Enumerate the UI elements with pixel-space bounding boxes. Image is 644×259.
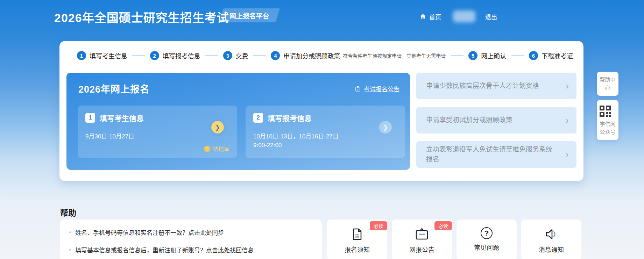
step-connector <box>132 55 145 56</box>
shortcut-label: 常见问题 <box>474 243 499 252</box>
chevron-right-icon: › <box>566 116 569 125</box>
bullet-icon <box>69 249 71 251</box>
shortcut-label: 报名须知 <box>345 245 370 254</box>
platform-badge: 网上报名平台 <box>219 8 280 22</box>
shortcut-faq[interactable]: ? 常见问题 <box>457 220 517 259</box>
document-icon <box>350 227 364 241</box>
policy-link-veteran-exemption[interactable]: 立功表彰退役军人免试生请至推免服务系统报名 › <box>416 141 576 168</box>
page-title: 2026年全国硕士研究生招生考试 <box>54 8 229 26</box>
registration-title: 2026年网上报名 <box>78 82 150 95</box>
step-5[interactable]: 5 网上确认 <box>468 51 506 60</box>
exclamation-icon: ! <box>204 146 210 152</box>
step-connector <box>205 55 218 56</box>
task-2-title: 填写报考信息 <box>268 113 312 123</box>
bullet-icon <box>69 231 71 233</box>
header-nav: 首页 退出 <box>419 10 497 22</box>
policy-link-label: 申请享受初试加分或照顾政策 <box>426 115 512 125</box>
task-2-go-button[interactable]: ❯ <box>379 121 392 134</box>
nav-home[interactable]: 首页 <box>419 12 441 21</box>
page: 2026年全国硕士研究生招生考试 网上报名平台 首页 退出 1 填写考生信息 <box>0 0 644 259</box>
step-1-label: 填写考生信息 <box>90 51 127 60</box>
help-shortcuts: 必读 报名须知 必读 网报公告 <box>327 220 581 259</box>
step-4-number: 4 <box>271 51 280 60</box>
step-3-number: 3 <box>223 51 232 60</box>
policy-link-label: 申请少数民族高层次骨干人才计划资格 <box>426 81 539 91</box>
must-read-badge: 必读 <box>370 221 387 230</box>
task-fill-application-info[interactable]: 2 填写报考信息 10月10日-13日，10月16日-27日 9:00-22:0… <box>246 106 405 158</box>
task-1-date: 9月30日-10月27日 <box>85 131 134 140</box>
platform-badge-label: 网上报名平台 <box>229 11 269 20</box>
arrow-right-icon: ❯ <box>383 124 388 131</box>
exam-announcement-link[interactable]: 考试报名公告 <box>355 84 399 93</box>
chevron-right-icon: › <box>566 150 569 159</box>
step-connector <box>451 55 463 56</box>
shortcut-label: 网报公告 <box>409 245 434 254</box>
help-faq-card: 姓名、手机号码等信息和实名注册不一致？点击此处同步 填写基本信息或报名信息后，重… <box>60 220 322 259</box>
clipboard-icon <box>414 227 430 241</box>
step-5-number: 5 <box>468 51 477 60</box>
help-item-label: 姓名、手机号码等信息和实名注册不一致？点击此处同步 <box>75 228 224 237</box>
policy-link-minority-program[interactable]: 申请少数民族高层次骨干人才计划资格 › <box>416 73 576 99</box>
policy-link-label: 立功表彰退役军人免试生请至推免服务系统报名 <box>426 145 555 164</box>
registration-card-header: 2026年网上报名 考试报名公告 <box>78 82 399 95</box>
step-3[interactable]: 3 交费 <box>223 51 248 60</box>
arrow-right-icon: ❯ <box>215 124 220 131</box>
task-2-number: 2 <box>253 113 263 123</box>
must-read-badge: 必读 <box>434 221 452 230</box>
step-3-label: 交费 <box>236 51 248 60</box>
step-2-label: 填写报考信息 <box>163 51 200 60</box>
speaker-icon <box>544 227 559 241</box>
help-center-button[interactable]: 帮助中心 <box>597 72 618 96</box>
question-icon: ? <box>481 227 493 239</box>
logout-button[interactable]: 退出 <box>485 12 497 21</box>
task-1-header: 1 填写考生信息 <box>85 113 144 123</box>
qr-code-icon <box>599 105 616 117</box>
task-1-go-button[interactable]: ❯ <box>211 121 224 134</box>
task-2-date: 10月10日-13日，10月16日-27日 <box>253 131 339 140</box>
task-1-status: ! 待填写 <box>204 145 229 153</box>
task-2-time: 9:00-22:00 <box>253 142 282 149</box>
step-connector <box>253 55 266 56</box>
help-item-recover-info[interactable]: 填写基本信息或报名信息后，重新注册了新账号？点击此处找回信息 <box>69 245 313 254</box>
task-1-status-label: 待填写 <box>213 145 229 153</box>
step-1[interactable]: 1 填写考生信息 <box>77 51 127 60</box>
step-6-number: 6 <box>529 51 538 60</box>
header: 2026年全国硕士研究生招生考试 网上报名平台 首页 退出 <box>0 0 644 33</box>
qr-public-account-button[interactable]: 学信网公众号 <box>597 100 618 140</box>
shortcut-registration-notice[interactable]: 必读 报名须知 <box>327 220 387 259</box>
announcement-icon <box>355 86 361 92</box>
step-6-label: 下载准考证 <box>542 51 573 60</box>
step-2-number: 2 <box>150 51 159 60</box>
step-connector <box>511 55 524 56</box>
nav-home-label: 首页 <box>429 12 441 21</box>
home-icon <box>419 13 426 20</box>
announcement-link-label: 考试报名公告 <box>364 84 399 93</box>
main-panel: 1 填写考生信息 2 填写报考信息 3 交费 4 申请加分或照顾政策 符合条件考… <box>59 41 583 181</box>
username-redacted <box>453 10 475 22</box>
help-center-label: 帮助中心 <box>600 77 615 91</box>
step-4[interactable]: 4 申请加分或照顾政策 符合条件考生须按规定申请，其他考生无需申请 <box>271 51 446 60</box>
step-6[interactable]: 6 下载准考证 <box>529 51 573 60</box>
task-fill-candidate-info[interactable]: 1 填写考生信息 9月30日-10月27日 ❯ ! 待填写 <box>78 106 237 158</box>
qr-public-account-label: 学信网公众号 <box>600 121 615 135</box>
policy-link-bonus-points[interactable]: 申请享受初试加分或照顾政策 › <box>416 107 576 134</box>
help-item-sync-info[interactable]: 姓名、手机号码等信息和实名注册不一致？点击此处同步 <box>69 228 313 237</box>
registration-card: 2026年网上报名 考试报名公告 1 填写考生信息 9月30日-10月27日 ❯ <box>66 73 410 170</box>
task-1-title: 填写考生信息 <box>100 113 144 123</box>
shortcut-label: 消息通知 <box>539 245 564 254</box>
step-1-number: 1 <box>77 51 86 60</box>
help-item-label: 填写基本信息或报名信息后，重新注册了新账号？点击此处找回信息 <box>75 245 254 254</box>
step-4-label: 申请加分或照顾政策 <box>283 51 340 60</box>
shortcut-online-announcement[interactable]: 必读 网报公告 <box>392 220 452 259</box>
task-2-header: 2 填写报考信息 <box>253 113 312 123</box>
shortcut-notifications[interactable]: 消息通知 <box>521 220 581 259</box>
step-indicator: 1 填写考生信息 2 填写报考信息 3 交费 4 申请加分或照顾政策 符合条件考… <box>77 48 573 63</box>
step-5-label: 网上确认 <box>481 51 506 60</box>
policy-links: 申请少数民族高层次骨干人才计划资格 › 申请享受初试加分或照顾政策 › 立功表彰… <box>416 73 576 175</box>
side-panel: 帮助中心 学信网公众号 <box>597 72 618 140</box>
step-4-note: 符合条件考生须按规定申请，其他考生无需申请 <box>343 52 446 59</box>
task-1-number: 1 <box>85 113 95 123</box>
help-section-title: 帮助 <box>60 206 76 218</box>
chevron-right-icon: › <box>566 81 569 91</box>
step-2[interactable]: 2 填写报考信息 <box>150 51 200 60</box>
